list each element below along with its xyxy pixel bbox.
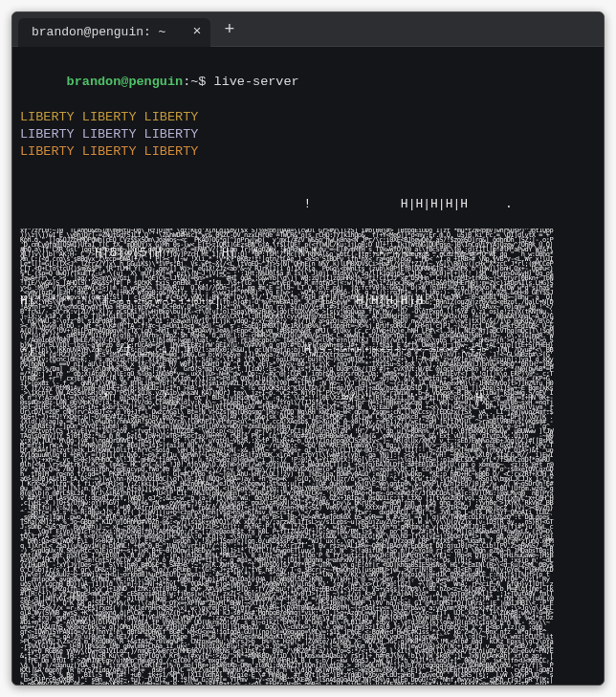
prompt-user-host: brandon@penguin (67, 75, 184, 89)
liberty-line-3: LIBERTY LIBERTY LIBERTY (20, 143, 596, 161)
new-tab-button[interactable]: + (214, 21, 244, 38)
close-icon[interactable]: × (192, 25, 201, 39)
prompt-command: live-server (214, 75, 299, 89)
liberty-line-2: LIBERTY LIBERTY LIBERTY (20, 126, 596, 143)
terminal-window: brandon@penguin: ~ × + brandon@penguin:~… (11, 11, 605, 686)
garbled-output-text: xY"/zrL0;~]@ TLAnnO&bSlm\mRRtu~Qg\`Rz]O]… (20, 229, 596, 685)
liberty-line-1: LIBERTY LIBERTY LIBERTY (20, 109, 596, 126)
terminal-body[interactable]: brandon@penguin:~$ live-server LIBERTY L… (12, 47, 604, 685)
ascii-row-1: ! H|H|H|H|H . (20, 197, 596, 213)
garbled-output-region: xY"/zrL0;~]@ TLAnnO&bSlm\mRRtu~Qg\`Rz]O]… (20, 229, 596, 685)
tab-title: brandon@penguin: ~ (32, 25, 165, 39)
prompt-path-separator: :~$ (183, 75, 213, 89)
titlebar: brandon@penguin: ~ × + (12, 12, 604, 47)
prompt-line: brandon@penguin:~$ live-server (20, 56, 596, 109)
active-tab[interactable]: brandon@penguin: ~ × (18, 18, 210, 47)
